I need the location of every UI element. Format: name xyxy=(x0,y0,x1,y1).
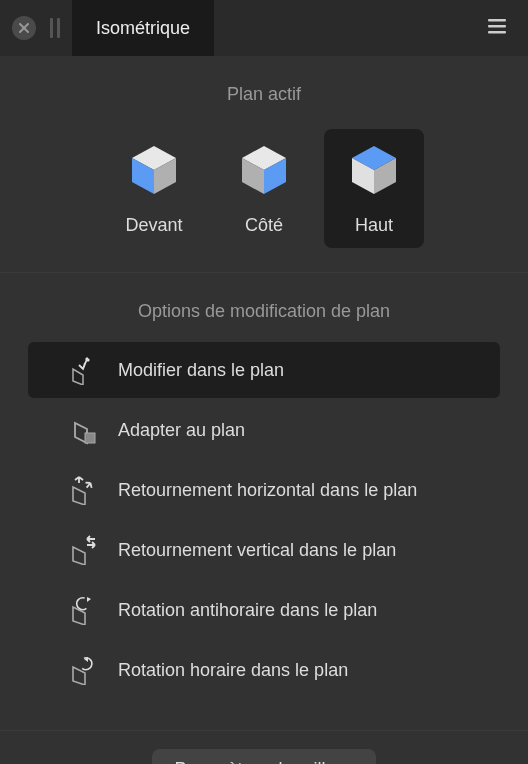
svg-marker-14 xyxy=(87,597,91,602)
plane-item-front[interactable]: Devant xyxy=(104,129,204,248)
option-label: Retournement vertical dans le plan xyxy=(118,540,396,561)
option-label: Modifier dans le plan xyxy=(118,360,284,381)
option-rotate-ccw[interactable]: Rotation antihoraire dans le plan xyxy=(28,582,500,638)
svg-rect-2 xyxy=(488,31,506,34)
option-label: Retournement horizontal dans le plan xyxy=(118,480,417,501)
option-flip-horizontal[interactable]: Retournement horizontal dans le plan xyxy=(28,462,500,518)
options-list: Modifier dans le plan Adapter au plan Re… xyxy=(0,342,528,730)
rotate-ccw-icon xyxy=(68,594,100,626)
hamburger-icon xyxy=(486,15,508,37)
option-rotate-cw[interactable]: Rotation horaire dans le plan xyxy=(28,642,500,698)
option-label: Adapter au plan xyxy=(118,420,245,441)
close-button[interactable] xyxy=(12,16,36,40)
tab-isometric[interactable]: Isométrique xyxy=(72,0,214,56)
svg-rect-1 xyxy=(488,25,506,28)
plane-selector: Devant Côté Haut xyxy=(0,121,528,272)
grid-settings-button[interactable]: Paramètres de grille… xyxy=(152,749,375,764)
plane-label-front: Devant xyxy=(125,215,182,236)
rotate-cw-icon xyxy=(68,654,100,686)
option-edit-in-plane[interactable]: Modifier dans le plan xyxy=(28,342,500,398)
svg-rect-13 xyxy=(85,433,95,443)
modification-title: Options de modification de plan xyxy=(0,273,528,338)
cube-front-icon xyxy=(123,139,185,201)
menu-button[interactable] xyxy=(478,7,516,49)
close-icon xyxy=(18,22,30,34)
plane-item-top[interactable]: Haut xyxy=(324,129,424,248)
drag-handle-icon[interactable] xyxy=(50,18,60,38)
option-flip-vertical[interactable]: Retournement vertical dans le plan xyxy=(28,522,500,578)
flip-vertical-icon xyxy=(68,534,100,566)
grid-settings-label: Paramètres de grille… xyxy=(174,759,353,764)
active-plane-title: Plan actif xyxy=(0,56,528,121)
svg-rect-0 xyxy=(488,19,506,22)
option-label: Rotation antihoraire dans le plan xyxy=(118,600,377,621)
plane-item-side[interactable]: Côté xyxy=(214,129,314,248)
plane-label-side: Côté xyxy=(245,215,283,236)
option-fit-to-plane[interactable]: Adapter au plan xyxy=(28,402,500,458)
flip-horizontal-icon xyxy=(68,474,100,506)
tab-label: Isométrique xyxy=(96,18,190,39)
panel-content: Plan actif Devant Côté xyxy=(0,56,528,764)
plane-label-top: Haut xyxy=(355,215,393,236)
fit-to-plane-icon xyxy=(68,414,100,446)
edit-in-plane-icon xyxy=(68,354,100,386)
footer: Paramètres de grille… xyxy=(0,731,528,764)
cube-side-icon xyxy=(233,139,295,201)
titlebar: Isométrique xyxy=(0,0,528,56)
option-label: Rotation horaire dans le plan xyxy=(118,660,348,681)
cube-top-icon xyxy=(343,139,405,201)
